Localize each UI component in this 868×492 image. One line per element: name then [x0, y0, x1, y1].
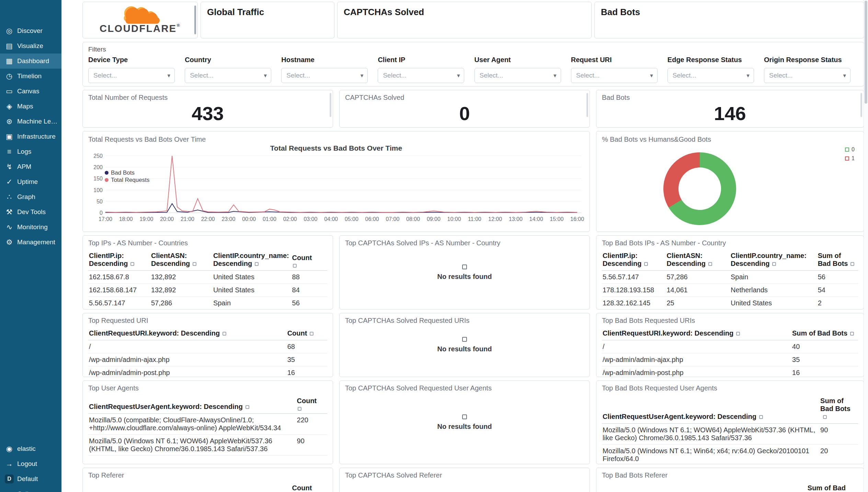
sidebar-item-logout[interactable]: →Logout	[0, 456, 61, 471]
column-header[interactable]: ClientRequestUserAgent.keyword: Descendi…	[88, 396, 296, 414]
legend-item-bad-bots[interactable]: Bad Bots	[105, 169, 149, 176]
table-cell[interactable]: 40	[791, 340, 858, 353]
table-cell[interactable]: /wp-admin/admin-post.php	[88, 366, 287, 377]
sidebar-item-management[interactable]: ⚙Management	[0, 235, 61, 250]
filter-select-edge-response-status[interactable]: Select...▾	[667, 68, 754, 83]
table-cell[interactable]: 16	[287, 366, 327, 377]
column-filter-icon[interactable]	[293, 264, 297, 268]
table-cell[interactable]: United States	[213, 271, 292, 284]
table-cell[interactable]: 132,892	[150, 284, 213, 297]
table-cell[interactable]: Spain	[213, 297, 292, 310]
sidebar-item-infrastructure[interactable]: ▣Infrastructure	[0, 129, 61, 144]
table-cell[interactable]: 132,892	[150, 271, 213, 284]
table-cell[interactable]: 54	[817, 284, 858, 297]
table-cell[interactable]: 5.56.57.147	[602, 271, 666, 284]
sidebar-item-dev-tools[interactable]: ⚒Dev Tools	[0, 204, 61, 220]
column-header[interactable]: ClientASN: Descending	[150, 250, 213, 271]
sidebar-item-discover[interactable]: ◎Discover	[0, 23, 61, 38]
filter-select-origin-response-status[interactable]: Select...▾	[764, 68, 850, 83]
column-filter-icon[interactable]	[255, 262, 259, 266]
table-cell[interactable]: 90	[296, 435, 327, 456]
panel-scrollbar[interactable]	[586, 93, 588, 117]
filter-select-hostname[interactable]: Select...▾	[281, 68, 368, 83]
table-cell[interactable]: United States	[213, 284, 292, 297]
table-cell[interactable]: 57,286	[150, 297, 213, 310]
table-cell[interactable]: Mozilla/5.0 (Windows NT 6.1; WOW64) Appl…	[602, 424, 820, 445]
table-cell[interactable]: 14,061	[666, 284, 730, 297]
column-header[interactable]: Sum of Bad Bots	[791, 328, 858, 340]
table-cell[interactable]: 220	[296, 414, 327, 435]
column-header[interactable]: Count	[287, 328, 327, 340]
column-filter-icon[interactable]	[310, 332, 313, 336]
filter-select-device-type[interactable]: Select...▾	[88, 68, 175, 83]
column-filter-icon[interactable]	[736, 332, 740, 336]
column-header[interactable]: ClientIP.country_name: Descending	[730, 250, 817, 271]
table-cell[interactable]: 56	[292, 297, 327, 310]
sidebar-item-maps[interactable]: ◈Maps	[0, 99, 61, 114]
column-header[interactable]: Count	[292, 250, 327, 271]
sidebar-item-elastic[interactable]: ◉elastic	[0, 441, 61, 456]
panel-scrollbar[interactable]	[330, 93, 331, 117]
table-cell[interactable]: 88	[292, 271, 327, 284]
table-cell[interactable]: Netherlands	[730, 284, 817, 297]
sidebar-item-timelion[interactable]: ◷Timelion	[0, 69, 61, 84]
table-cell[interactable]: 84	[292, 284, 327, 297]
table-cell[interactable]: 35	[287, 353, 327, 366]
column-header[interactable]: Count	[292, 483, 327, 492]
table-cell[interactable]: Mozilla/5.0 (compatible; CloudFlare-Alwa…	[88, 414, 296, 435]
table-cell[interactable]: United States	[730, 297, 817, 310]
table-cell[interactable]: 68	[287, 340, 327, 353]
table-cell[interactable]: 5.56.57.147	[88, 297, 150, 310]
table-cell[interactable]: 162.158.67.8	[88, 271, 150, 284]
column-header[interactable]: Sum of Bad Bots	[817, 250, 858, 271]
column-header[interactable]: ClientASN: Descending	[666, 250, 730, 271]
column-header[interactable]: ClientIP.ip: Descending	[602, 250, 666, 271]
scrollbar-thumb[interactable]	[865, 1, 867, 104]
sidebar-item-logs[interactable]: ≡Logs	[0, 144, 61, 159]
column-header[interactable]: ClientRequestURI.keyword: Descending	[602, 328, 791, 340]
table-cell[interactable]: 25	[666, 297, 730, 310]
table-cell[interactable]: 16	[791, 366, 858, 377]
table-cell[interactable]: Mozilla/5.0 (Windows NT 6.1; Win64; x64;…	[602, 445, 820, 465]
donut-legend-item-1[interactable]: 1	[845, 155, 855, 162]
table-cell[interactable]: Spain	[730, 271, 817, 284]
table-cell[interactable]: /wp-admin/admin-post.php	[602, 366, 791, 377]
table-cell[interactable]: 35	[791, 353, 858, 366]
panel-scrollbar[interactable]	[194, 5, 196, 34]
column-header[interactable]: ClientIP.country_name: Descending	[213, 250, 292, 271]
sidebar-item-monitoring[interactable]: ∿Monitoring	[0, 220, 61, 235]
table-cell[interactable]: 56	[817, 271, 858, 284]
filter-select-client-ip[interactable]: Select...▾	[378, 68, 464, 83]
panel-scrollbar[interactable]	[860, 93, 862, 117]
column-header[interactable]: ClientRequestURI.keyword: Descending	[88, 328, 287, 340]
filter-select-request-uri[interactable]: Select...▾	[571, 68, 658, 83]
donut-legend-item-0[interactable]: 0	[845, 147, 855, 153]
column-filter-icon[interactable]	[130, 262, 134, 266]
column-header[interactable]: ClientIP.ip: Descending	[88, 250, 150, 271]
table-cell[interactable]: 2	[817, 297, 858, 310]
column-filter-icon[interactable]	[850, 332, 854, 336]
sidebar-item-default[interactable]: DDefault	[0, 471, 61, 487]
column-filter-icon[interactable]	[823, 415, 827, 419]
filter-select-user-agent[interactable]: Select...▾	[475, 68, 561, 83]
table-cell[interactable]: 20	[820, 445, 858, 465]
column-filter-icon[interactable]	[222, 332, 226, 336]
table-cell[interactable]: 162.158.68.147	[88, 284, 150, 297]
table-cell[interactable]: 128.32.162.145	[602, 297, 666, 310]
donut-chart[interactable]	[663, 152, 736, 225]
table-cell[interactable]: 90	[820, 424, 858, 445]
column-header[interactable]: Sum of Bad Bots	[807, 483, 858, 492]
page-scrollbar[interactable]	[864, 0, 868, 492]
column-filter-icon[interactable]	[759, 415, 763, 419]
column-filter-icon[interactable]	[850, 262, 854, 266]
sidebar-item-visualize[interactable]: ▤Visualize	[0, 38, 61, 54]
filter-select-country[interactable]: Select...▾	[185, 68, 271, 83]
sidebar-item-dashboard[interactable]: ▦Dashboard	[0, 54, 61, 69]
column-filter-icon[interactable]	[644, 262, 648, 266]
column-filter-icon[interactable]	[193, 262, 196, 266]
sidebar-item-graph[interactable]: ∴Graph	[0, 189, 61, 204]
sidebar-item-collapse[interactable]: ←Collapse	[0, 487, 61, 492]
table-cell[interactable]: /wp-admin/admin-ajax.php	[88, 353, 287, 366]
table-cell[interactable]: /	[88, 340, 287, 353]
column-header[interactable]: Sum of Bad Bots	[820, 396, 858, 424]
